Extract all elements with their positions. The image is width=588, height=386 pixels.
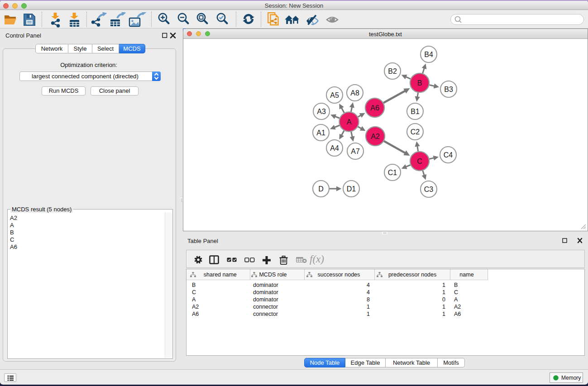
svg-text:A8: A8 (350, 89, 359, 97)
svg-text:C1: C1 (388, 169, 397, 176)
svg-text:B3: B3 (444, 86, 453, 93)
svg-text:A2: A2 (371, 133, 380, 140)
svg-text:A3: A3 (317, 108, 326, 115)
svg-text:B1: B1 (411, 108, 420, 115)
svg-text:C: C (417, 157, 422, 165)
svg-text:A6: A6 (370, 104, 379, 112)
svg-text:A5: A5 (330, 91, 339, 99)
svg-text:D: D (318, 185, 324, 193)
svg-text:B4: B4 (424, 51, 433, 58)
svg-text:D1: D1 (347, 185, 356, 193)
svg-text:C3: C3 (424, 186, 434, 193)
svg-text:C4: C4 (444, 151, 453, 159)
svg-text:A7: A7 (351, 148, 360, 155)
svg-text:C2: C2 (411, 128, 420, 136)
svg-text:A1: A1 (316, 129, 325, 137)
svg-text:A: A (347, 118, 352, 126)
svg-text:B: B (417, 79, 422, 87)
svg-text:A4: A4 (330, 144, 339, 152)
svg-text:B2: B2 (388, 67, 397, 75)
